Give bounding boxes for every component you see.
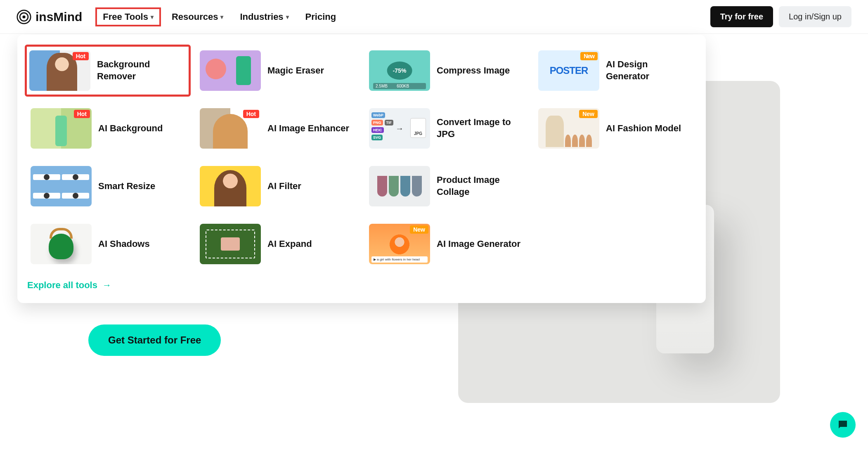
- tool-thumb: [31, 224, 92, 264]
- new-badge: New: [410, 225, 428, 234]
- tool-thumb: [31, 166, 92, 206]
- nav-pricing-label: Pricing: [305, 12, 336, 22]
- tool-magic[interactable]: Magic Eraser: [196, 47, 357, 94]
- chevron-down-icon: ▾: [220, 14, 223, 20]
- tool-collage[interactable]: Product Image Collage: [366, 163, 527, 210]
- get-started-button[interactable]: Get Started for Free: [88, 324, 221, 356]
- svg-point-2: [22, 15, 25, 18]
- tool-label: AI Filter: [267, 180, 301, 192]
- tool-design[interactable]: POSTERNewAI Design Generator: [535, 47, 696, 94]
- chat-icon: [837, 419, 849, 431]
- tool-aiimg[interactable]: NewAI Image Generator: [366, 220, 527, 268]
- logo[interactable]: insMind: [17, 9, 82, 24]
- main-nav: Free Tools ▾ Resources ▾ Industries ▾ Pr…: [101, 10, 336, 24]
- tool-fashion[interactable]: NewAI Fashion Model: [535, 105, 696, 152]
- logo-icon: [17, 9, 31, 24]
- try-for-free-button[interactable]: Try for free: [710, 6, 773, 27]
- tool-expand[interactable]: AI Expand: [196, 220, 357, 268]
- tool-filter[interactable]: AI Filter: [196, 163, 357, 210]
- tool-shadow[interactable]: AI Shadows: [27, 220, 188, 268]
- tool-label: AI Fashion Model: [606, 123, 681, 135]
- chat-fab[interactable]: [830, 412, 856, 438]
- tool-label: Background Remover: [97, 59, 186, 82]
- tool-thumb: [369, 50, 430, 91]
- tool-label: AI Background: [98, 123, 163, 135]
- tool-aibg[interactable]: HotAI Background: [27, 105, 188, 152]
- tool-thumb: [200, 50, 261, 91]
- tool-thumb: Hot: [31, 108, 92, 149]
- tool-thumb: Hot: [29, 50, 90, 91]
- tool-thumb: New: [538, 108, 599, 149]
- nav-free-tools[interactable]: Free Tools ▾: [95, 7, 161, 26]
- nav-resources-label: Resources: [172, 12, 218, 22]
- nav-pricing[interactable]: Pricing: [305, 12, 336, 22]
- tool-bgremove[interactable]: HotBackground Remover: [25, 45, 191, 97]
- tool-label: Smart Resize: [98, 180, 155, 192]
- nav-resources[interactable]: Resources ▾: [172, 12, 224, 22]
- tools-grid: HotBackground RemoverMagic EraserCompres…: [27, 47, 696, 268]
- tool-resize[interactable]: Smart Resize: [27, 163, 188, 210]
- hot-badge: Hot: [73, 52, 89, 60]
- login-signup-button[interactable]: Log in/Sign up: [779, 6, 851, 27]
- tool-label: Convert Image to JPG: [437, 116, 523, 140]
- free-tools-dropdown: HotBackground RemoverMagic EraserCompres…: [17, 35, 706, 303]
- logo-text: insMind: [35, 10, 82, 24]
- topbar: insMind Free Tools ▾ Resources ▾ Industr…: [0, 0, 868, 34]
- tool-thumb: [369, 166, 430, 206]
- auth-actions: Try for free Log in/Sign up: [710, 6, 851, 27]
- new-badge: New: [580, 52, 598, 60]
- tool-label: AI Design Generator: [606, 59, 693, 82]
- nav-free-tools-label: Free Tools: [103, 12, 148, 22]
- tool-convert[interactable]: WebPPNGTIFHEICSVG→JPGConvert Image to JP…: [366, 105, 527, 152]
- tool-label: AI Image Enhancer: [267, 123, 349, 135]
- tool-label: AI Image Generator: [437, 238, 520, 250]
- tool-thumb: POSTERNew: [538, 50, 599, 91]
- nav-industries[interactable]: Industries ▾: [240, 12, 289, 22]
- tool-thumb: WebPPNGTIFHEICSVG→JPG: [369, 108, 430, 149]
- tool-label: AI Shadows: [98, 238, 150, 250]
- explore-all-tools-link[interactable]: Explore all tools →: [27, 280, 111, 291]
- tool-compress[interactable]: Compress Image: [366, 47, 527, 94]
- nav-industries-label: Industries: [240, 12, 283, 22]
- hot-badge: Hot: [243, 110, 259, 118]
- hot-badge: Hot: [74, 110, 90, 118]
- tool-label: AI Expand: [267, 238, 312, 250]
- tool-label: Product Image Collage: [437, 174, 523, 198]
- tool-thumb: New: [369, 224, 430, 264]
- tool-thumb: Hot: [200, 108, 261, 149]
- tool-thumb: [200, 166, 261, 206]
- chevron-down-icon: ▾: [286, 14, 289, 20]
- arrow-right-icon: →: [102, 280, 111, 291]
- tool-label: Magic Eraser: [267, 65, 324, 77]
- tool-label: Compress Image: [437, 65, 510, 77]
- chevron-down-icon: ▾: [151, 14, 154, 20]
- tool-enhance[interactable]: HotAI Image Enhancer: [196, 105, 357, 152]
- tool-thumb: [200, 224, 261, 264]
- explore-label: Explore all tools: [27, 280, 97, 291]
- new-badge: New: [579, 110, 598, 118]
